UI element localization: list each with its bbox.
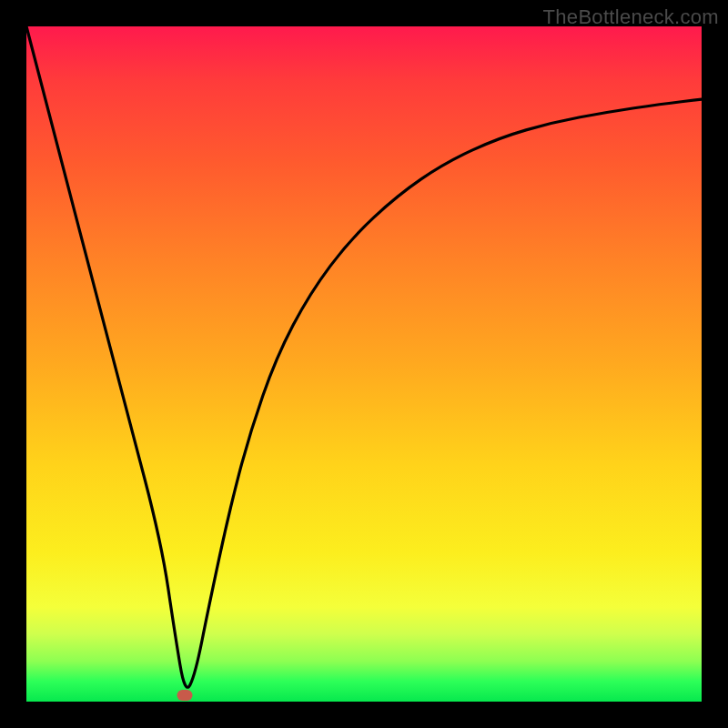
- bottleneck-curve: [26, 26, 702, 687]
- watermark-text: TheBottleneck.com: [543, 5, 719, 29]
- chart-container: TheBottleneck.com: [0, 0, 728, 728]
- curve-svg: [26, 26, 702, 702]
- optimum-marker: [177, 690, 193, 701]
- plot-area: [26, 26, 702, 702]
